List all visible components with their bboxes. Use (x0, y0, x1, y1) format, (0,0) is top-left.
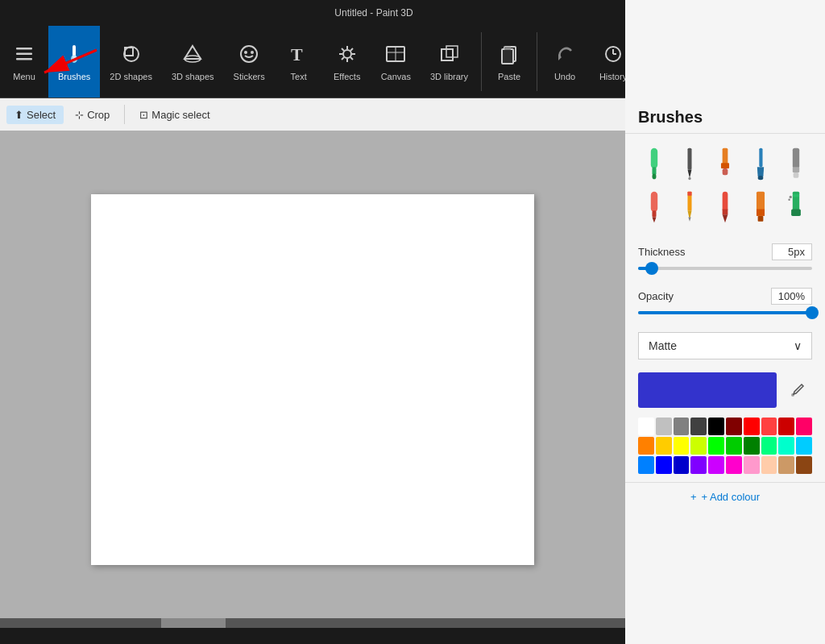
palette-color-cell[interactable] (744, 456, 760, 474)
toolbar-undo[interactable]: Undo (541, 26, 589, 98)
svg-rect-55 (687, 192, 691, 196)
toolbar-canvas[interactable]: Canvas (371, 26, 421, 98)
toolbar-3dlibrary[interactable]: 3D library (421, 26, 478, 98)
palette-color-cell[interactable] (708, 437, 724, 455)
palette-color-cell[interactable] (690, 437, 707, 455)
palette-color-cell[interactable] (761, 437, 777, 455)
svg-rect-29 (502, 49, 513, 64)
svg-line-22 (342, 57, 344, 60)
toolbar-effects[interactable]: Effects (323, 26, 371, 98)
paste-icon (498, 43, 520, 69)
svg-rect-51 (651, 192, 657, 212)
palette-color-cell[interactable] (778, 437, 794, 455)
brushes-icon (63, 43, 85, 69)
brush-highlighter[interactable] (744, 187, 777, 227)
palette-color-cell[interactable] (674, 437, 690, 455)
drawing-canvas[interactable] (91, 194, 534, 565)
add-color-button[interactable]: + + Add colour (625, 482, 825, 511)
toolbar-2dshapes[interactable]: 2D shapes (100, 26, 162, 98)
svg-rect-0 (16, 48, 32, 50)
history-label: History (599, 72, 627, 81)
thickness-section: Thickness 5px (625, 237, 825, 281)
menu-label: Menu (13, 72, 35, 81)
svg-marker-60 (723, 214, 728, 222)
palette-color-cell[interactable] (778, 456, 794, 474)
svg-point-11 (244, 51, 247, 54)
add-color-label: + Add colour (701, 491, 760, 503)
window-title: Untitled - Paint 3D (44, 7, 704, 19)
toolbar-brushes[interactable]: Brushes (48, 26, 100, 98)
crop-tool[interactable]: ⊹ Crop (67, 106, 118, 124)
palette-color-cell[interactable] (638, 456, 654, 474)
text-label: Text (291, 72, 307, 81)
palette-color-cell[interactable] (726, 437, 742, 455)
palette-color-cell[interactable] (726, 456, 742, 474)
palette-color-cell[interactable] (638, 437, 654, 455)
svg-rect-61 (757, 192, 765, 211)
magic-select-label: Magic select (151, 109, 209, 121)
undo-label: Undo (554, 72, 575, 81)
brush-crayon[interactable] (709, 187, 741, 227)
palette-color-cell[interactable] (708, 456, 724, 474)
effects-label: Effects (334, 72, 360, 81)
thickness-value[interactable]: 5px (772, 243, 812, 260)
palette-color-cell[interactable] (761, 418, 777, 435)
opacity-slider-fill (638, 311, 812, 314)
svg-rect-5 (73, 55, 76, 60)
palette-color-cell[interactable] (690, 418, 707, 435)
toolbar-stickers[interactable]: Stickers (224, 26, 275, 98)
scrollbar-thumb[interactable] (161, 618, 226, 628)
toolbar-3dshapes[interactable]: 3D shapes (162, 26, 224, 98)
brush-marker[interactable] (638, 143, 670, 184)
svg-point-68 (788, 199, 790, 202)
palette-color-cell[interactable] (744, 437, 760, 455)
eyedropper-button[interactable] (783, 376, 812, 405)
toolbar-menu[interactable]: Menu (0, 26, 48, 98)
thickness-slider-thumb[interactable] (645, 262, 658, 275)
palette-color-cell[interactable] (656, 437, 672, 455)
opacity-slider-track[interactable] (638, 311, 812, 314)
brush-spray[interactable] (780, 187, 812, 227)
selected-color-swatch[interactable] (638, 372, 777, 408)
svg-marker-46 (757, 167, 764, 177)
brush-calligraphy[interactable] (744, 143, 777, 184)
brush-pen[interactable] (674, 143, 706, 184)
svg-point-6 (124, 47, 139, 61)
select-tool[interactable]: ⬆ Select (6, 106, 64, 124)
toolbar-paste[interactable]: Paste (485, 26, 533, 98)
palette-color-cell[interactable] (674, 456, 690, 474)
thickness-slider-track[interactable] (638, 267, 812, 270)
brush-pencil[interactable] (674, 187, 706, 227)
palette-color-cell[interactable] (656, 418, 672, 435)
toolbar-text[interactable]: T Text (275, 26, 323, 98)
svg-rect-48 (793, 148, 799, 168)
palette-color-cell[interactable] (796, 456, 812, 474)
text-icon: T (288, 43, 310, 69)
svg-rect-65 (791, 210, 801, 216)
palette-color-cell[interactable] (744, 418, 760, 435)
brush-marker2[interactable] (638, 187, 670, 227)
opacity-value[interactable]: 100% (771, 288, 812, 305)
palette-color-cell[interactable] (778, 418, 794, 435)
color-palette (638, 418, 812, 474)
palette-color-cell[interactable] (656, 456, 672, 474)
palette-color-cell[interactable] (796, 418, 812, 435)
palette-color-cell[interactable] (690, 456, 707, 474)
palette-color-cell[interactable] (708, 418, 724, 435)
brush-eraser[interactable] (780, 143, 812, 184)
svg-text:T: T (291, 44, 303, 64)
horizontal-scrollbar[interactable] (0, 618, 625, 628)
svg-rect-36 (651, 148, 657, 168)
palette-color-cell[interactable] (726, 418, 742, 435)
svg-rect-26 (442, 49, 453, 60)
svg-line-19 (342, 48, 344, 51)
opacity-slider-thumb[interactable] (806, 306, 819, 319)
2dshapes-icon (120, 43, 143, 69)
palette-color-cell[interactable] (638, 418, 654, 435)
palette-color-cell[interactable] (796, 437, 812, 455)
magic-select-tool[interactable]: ⊡ Magic select (131, 106, 218, 124)
palette-color-cell[interactable] (674, 418, 690, 435)
brush-oil[interactable] (709, 143, 741, 184)
texture-dropdown[interactable]: Matte ∨ (638, 332, 812, 359)
palette-color-cell[interactable] (761, 456, 777, 474)
